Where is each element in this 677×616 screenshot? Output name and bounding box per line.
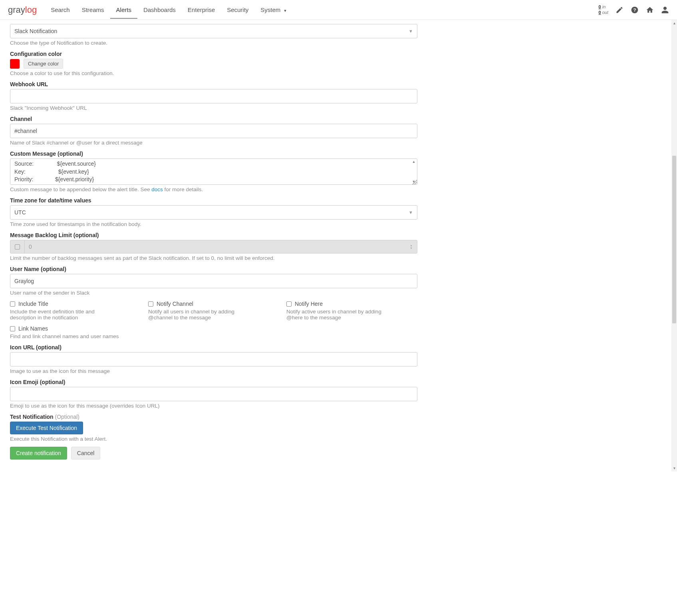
help-text: Notify all users in channel by adding @c… <box>148 309 260 321</box>
notify-here-checkbox[interactable]: Notify Here <box>286 301 409 307</box>
cancel-button[interactable]: Cancel <box>71 447 101 460</box>
page-scrollbar[interactable]: ▴ ▾ <box>671 20 677 471</box>
nav-search[interactable]: Search <box>45 1 76 19</box>
checkbox-label: Link Names <box>18 325 48 332</box>
create-notification-button[interactable]: Create notification <box>10 447 67 460</box>
form-content: Slack Notification ▼ Choose the type of … <box>0 20 427 471</box>
custom-message-label: Custom Message (optional) <box>10 151 417 157</box>
notify-channel-checkbox[interactable]: Notify Channel <box>148 301 270 307</box>
help-text: Limit the number of backlog messages sen… <box>10 255 417 261</box>
nav-enterprise[interactable]: Enterprise <box>182 1 221 19</box>
svg-text:?: ? <box>633 7 636 12</box>
chevron-down-icon: ▼ <box>409 29 413 34</box>
webhook-url-input[interactable] <box>10 89 417 103</box>
notification-type-select[interactable]: Slack Notification ▼ <box>10 24 417 38</box>
webhook-url-label: Webhook URL <box>10 81 417 87</box>
icon-url-label: Icon URL (optional) <box>10 344 417 351</box>
channel-input[interactable] <box>10 124 417 138</box>
color-swatch[interactable] <box>10 59 20 69</box>
help-text: Choose the type of Notification to creat… <box>10 40 417 46</box>
nav-alerts[interactable]: Alerts <box>110 1 137 19</box>
timezone-select[interactable]: UTC ▼ <box>10 205 417 220</box>
scroll-up-icon[interactable]: ▴ <box>672 21 676 26</box>
scroll-thumb[interactable] <box>672 156 676 323</box>
backlog-enable-checkbox[interactable] <box>10 240 25 253</box>
username-label: User Name (optional) <box>10 266 417 272</box>
user-icon[interactable] <box>661 6 669 14</box>
channel-label: Channel <box>10 116 417 122</box>
logo[interactable]: graylog <box>8 5 37 15</box>
nav-links: Search Streams Alerts Dashboards Enterpr… <box>45 1 293 19</box>
backlog-limit-input[interactable]: 0 ▲▼ <box>10 240 417 254</box>
timezone-label: Time zone for date/time values <box>10 197 417 204</box>
change-color-button[interactable]: Change color <box>24 59 63 69</box>
docs-link[interactable]: docs <box>151 186 163 192</box>
icon-emoji-input[interactable] <box>10 387 417 401</box>
placeholder-text: 0 <box>29 244 32 250</box>
select-value: Slack Notification <box>14 28 57 34</box>
nav-security[interactable]: Security <box>221 1 254 19</box>
throughput-indicator[interactable]: 0 in 0 out <box>599 4 608 15</box>
nav-system[interactable]: System ▼ <box>254 1 293 19</box>
help-text: Find and link channel names and user nam… <box>10 333 417 339</box>
help-icon[interactable]: ? <box>631 6 639 14</box>
help-text: Choose a color to use for this configura… <box>10 70 417 76</box>
config-color-label: Configuration color <box>10 51 417 57</box>
home-icon[interactable] <box>646 6 654 14</box>
help-text: Execute this Notification with a test Al… <box>10 436 417 442</box>
help-text: Include the event definition title and d… <box>10 309 122 321</box>
help-text: Time zone used for timestamps in the not… <box>10 221 417 227</box>
custom-message-textarea[interactable]: Source: ${event.source} Key: ${event.key… <box>10 158 417 185</box>
help-text: Slack "Incoming Webhook" URL <box>10 105 417 111</box>
top-nav: graylog Search Streams Alerts Dashboards… <box>0 0 677 20</box>
chevron-down-icon: ▼ <box>409 210 413 215</box>
help-text: User name of the sender in Slack <box>10 290 417 296</box>
number-spinner-icon[interactable]: ▲▼ <box>410 244 415 250</box>
scroll-down-icon[interactable]: ▾ <box>672 466 676 471</box>
backlog-label: Message Backlog Limit (optional) <box>10 232 417 238</box>
test-notification-label: Test Notification (Optional) <box>10 414 417 420</box>
help-text: Name of Slack #channel or @user for a di… <box>10 140 417 146</box>
help-text: Custom message to be appended below the … <box>10 186 417 192</box>
help-text: Emoji to use as the icon for this messag… <box>10 403 417 409</box>
logo-text-2: log <box>25 5 37 15</box>
nav-dashboards[interactable]: Dashboards <box>137 1 182 19</box>
nav-streams[interactable]: Streams <box>76 1 110 19</box>
checkbox-label: Notify Channel <box>157 301 193 307</box>
checkbox-label: Include Title <box>18 301 48 307</box>
icon-emoji-label: Icon Emoji (optional) <box>10 379 417 385</box>
edit-icon[interactable] <box>615 6 623 14</box>
checkbox-label: Notify Here <box>295 301 323 307</box>
execute-test-button[interactable]: Execute Test Notification <box>10 422 83 434</box>
logo-text-1: gray <box>8 5 25 15</box>
resize-handle-icon[interactable] <box>412 180 417 184</box>
chevron-down-icon: ▼ <box>284 9 287 13</box>
help-text: Image to use as the icon for this messag… <box>10 368 417 374</box>
link-names-checkbox[interactable]: Link Names <box>10 325 417 332</box>
include-title-checkbox[interactable]: Include Title <box>10 301 132 307</box>
nav-right: 0 in 0 out ? <box>599 4 669 15</box>
icon-url-input[interactable] <box>10 352 417 366</box>
username-input[interactable] <box>10 274 417 288</box>
help-text: Notify active users in channel by adding… <box>286 309 398 321</box>
select-value: UTC <box>14 209 26 216</box>
